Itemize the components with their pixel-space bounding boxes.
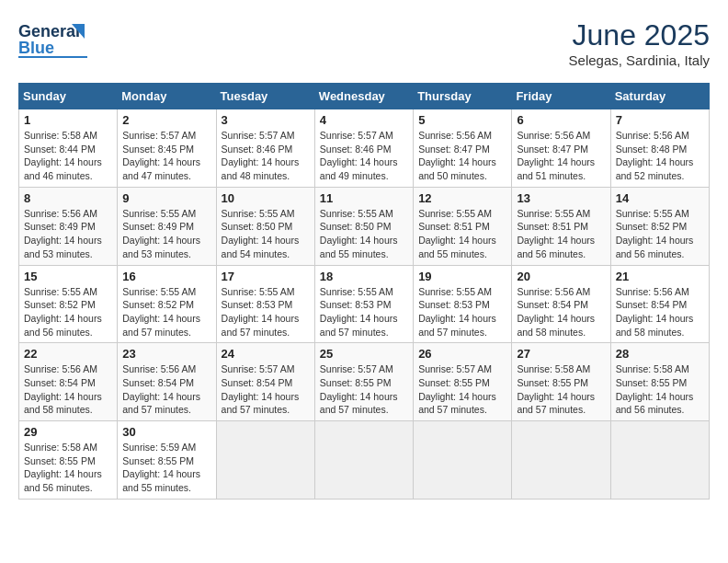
table-row: 9Sunrise: 5:55 AMSunset: 8:49 PMDaylight… bbox=[118, 187, 216, 265]
svg-text:Blue: Blue bbox=[18, 39, 54, 57]
day-number: 30 bbox=[122, 425, 210, 439]
calendar-week-row: 22Sunrise: 5:56 AMSunset: 8:54 PMDayligh… bbox=[19, 343, 710, 421]
table-row: 8Sunrise: 5:56 AMSunset: 8:49 PMDaylight… bbox=[19, 187, 118, 265]
day-number: 1 bbox=[24, 113, 112, 127]
day-number: 22 bbox=[24, 347, 112, 361]
day-info: Sunrise: 5:56 AMSunset: 8:54 PMDaylight:… bbox=[24, 362, 112, 417]
table-row: 4Sunrise: 5:57 AMSunset: 8:46 PMDaylight… bbox=[314, 109, 413, 188]
day-info: Sunrise: 5:58 AMSunset: 8:55 PMDaylight:… bbox=[517, 362, 605, 417]
day-number: 11 bbox=[320, 191, 408, 205]
calendar-header-row: Sunday Monday Tuesday Wednesday Thursday… bbox=[19, 84, 710, 109]
table-row: 18Sunrise: 5:55 AMSunset: 8:53 PMDayligh… bbox=[314, 265, 413, 343]
day-info: Sunrise: 5:57 AMSunset: 8:46 PMDaylight:… bbox=[320, 129, 408, 183]
table-row: 3Sunrise: 5:57 AMSunset: 8:46 PMDaylight… bbox=[216, 109, 314, 188]
table-row: 15Sunrise: 5:55 AMSunset: 8:52 PMDayligh… bbox=[19, 265, 118, 343]
day-number: 23 bbox=[122, 347, 210, 361]
day-info: Sunrise: 5:56 AMSunset: 8:54 PMDaylight:… bbox=[122, 362, 210, 417]
calendar-table: Sunday Monday Tuesday Wednesday Thursday… bbox=[18, 83, 710, 500]
day-number: 12 bbox=[418, 191, 506, 205]
day-info: Sunrise: 5:55 AMSunset: 8:52 PMDaylight:… bbox=[616, 207, 704, 261]
day-number: 29 bbox=[24, 425, 112, 439]
day-info: Sunrise: 5:56 AMSunset: 8:49 PMDaylight:… bbox=[24, 207, 112, 261]
day-number: 26 bbox=[418, 347, 506, 361]
calendar-week-row: 1Sunrise: 5:58 AMSunset: 8:44 PMDaylight… bbox=[19, 109, 710, 188]
day-info: Sunrise: 5:57 AMSunset: 8:45 PMDaylight:… bbox=[122, 129, 210, 183]
day-number: 6 bbox=[517, 113, 605, 127]
day-number: 15 bbox=[24, 270, 112, 283]
col-friday: Friday bbox=[512, 84, 610, 109]
table-row bbox=[512, 421, 610, 500]
day-number: 18 bbox=[320, 270, 408, 283]
day-number: 14 bbox=[616, 191, 704, 205]
col-thursday: Thursday bbox=[414, 84, 512, 109]
table-row bbox=[216, 421, 314, 500]
day-number: 17 bbox=[222, 270, 310, 283]
day-info: Sunrise: 5:55 AMSunset: 8:53 PMDaylight:… bbox=[320, 285, 408, 339]
day-number: 9 bbox=[122, 191, 210, 205]
table-row: 11Sunrise: 5:55 AMSunset: 8:50 PMDayligh… bbox=[314, 187, 413, 265]
table-row: 16Sunrise: 5:55 AMSunset: 8:52 PMDayligh… bbox=[118, 265, 216, 343]
day-info: Sunrise: 5:55 AMSunset: 8:53 PMDaylight:… bbox=[222, 285, 310, 339]
logo: General Blue bbox=[18, 18, 101, 59]
day-info: Sunrise: 5:58 AMSunset: 8:44 PMDaylight:… bbox=[24, 129, 112, 183]
day-number: 8 bbox=[24, 191, 112, 205]
day-info: Sunrise: 5:55 AMSunset: 8:52 PMDaylight:… bbox=[122, 285, 210, 339]
table-row: 2Sunrise: 5:57 AMSunset: 8:45 PMDaylight… bbox=[118, 109, 216, 188]
table-row: 6Sunrise: 5:56 AMSunset: 8:47 PMDaylight… bbox=[512, 109, 610, 188]
day-info: Sunrise: 5:56 AMSunset: 8:54 PMDaylight:… bbox=[517, 285, 605, 339]
day-number: 20 bbox=[517, 270, 605, 283]
table-row bbox=[414, 421, 512, 500]
day-number: 25 bbox=[320, 347, 408, 361]
page-header: General Blue June 2025 Selegas, Sardinia… bbox=[18, 18, 710, 68]
day-info: Sunrise: 5:55 AMSunset: 8:50 PMDaylight:… bbox=[222, 207, 310, 261]
table-row: 5Sunrise: 5:56 AMSunset: 8:47 PMDaylight… bbox=[414, 109, 512, 188]
col-tuesday: Tuesday bbox=[216, 84, 314, 109]
day-info: Sunrise: 5:57 AMSunset: 8:46 PMDaylight:… bbox=[222, 129, 310, 183]
table-row: 7Sunrise: 5:56 AMSunset: 8:48 PMDaylight… bbox=[610, 109, 709, 188]
table-row: 23Sunrise: 5:56 AMSunset: 8:54 PMDayligh… bbox=[118, 343, 216, 421]
table-row bbox=[610, 421, 709, 500]
table-row: 21Sunrise: 5:56 AMSunset: 8:54 PMDayligh… bbox=[610, 265, 709, 343]
table-row: 20Sunrise: 5:56 AMSunset: 8:54 PMDayligh… bbox=[512, 265, 610, 343]
day-number: 10 bbox=[222, 191, 310, 205]
day-number: 16 bbox=[122, 270, 210, 283]
table-row: 28Sunrise: 5:58 AMSunset: 8:55 PMDayligh… bbox=[610, 343, 709, 421]
month-title: June 2025 bbox=[569, 18, 710, 52]
day-number: 19 bbox=[418, 270, 506, 283]
day-number: 13 bbox=[517, 191, 605, 205]
day-number: 5 bbox=[418, 113, 506, 127]
calendar-week-row: 15Sunrise: 5:55 AMSunset: 8:52 PMDayligh… bbox=[19, 265, 710, 343]
day-info: Sunrise: 5:58 AMSunset: 8:55 PMDaylight:… bbox=[616, 362, 704, 417]
day-info: Sunrise: 5:59 AMSunset: 8:55 PMDaylight:… bbox=[122, 441, 210, 495]
col-monday: Monday bbox=[118, 84, 216, 109]
col-sunday: Sunday bbox=[19, 84, 118, 109]
day-number: 28 bbox=[616, 347, 704, 361]
table-row: 29Sunrise: 5:58 AMSunset: 8:55 PMDayligh… bbox=[19, 421, 118, 500]
calendar-week-row: 8Sunrise: 5:56 AMSunset: 8:49 PMDaylight… bbox=[19, 187, 710, 265]
day-number: 21 bbox=[616, 270, 704, 283]
table-row: 24Sunrise: 5:57 AMSunset: 8:54 PMDayligh… bbox=[216, 343, 314, 421]
table-row: 27Sunrise: 5:58 AMSunset: 8:55 PMDayligh… bbox=[512, 343, 610, 421]
day-info: Sunrise: 5:55 AMSunset: 8:53 PMDaylight:… bbox=[418, 285, 506, 339]
day-number: 27 bbox=[517, 347, 605, 361]
table-row: 25Sunrise: 5:57 AMSunset: 8:55 PMDayligh… bbox=[314, 343, 413, 421]
col-wednesday: Wednesday bbox=[314, 84, 413, 109]
table-row: 1Sunrise: 5:58 AMSunset: 8:44 PMDaylight… bbox=[19, 109, 118, 188]
day-info: Sunrise: 5:55 AMSunset: 8:50 PMDaylight:… bbox=[320, 207, 408, 261]
day-info: Sunrise: 5:57 AMSunset: 8:55 PMDaylight:… bbox=[320, 362, 408, 417]
day-number: 2 bbox=[122, 113, 210, 127]
day-info: Sunrise: 5:57 AMSunset: 8:55 PMDaylight:… bbox=[418, 362, 506, 417]
table-row: 14Sunrise: 5:55 AMSunset: 8:52 PMDayligh… bbox=[610, 187, 709, 265]
day-number: 24 bbox=[222, 347, 310, 361]
day-info: Sunrise: 5:56 AMSunset: 8:48 PMDaylight:… bbox=[616, 129, 704, 183]
day-info: Sunrise: 5:56 AMSunset: 8:47 PMDaylight:… bbox=[517, 129, 605, 183]
table-row: 13Sunrise: 5:55 AMSunset: 8:51 PMDayligh… bbox=[512, 187, 610, 265]
logo-svg: General Blue bbox=[18, 18, 101, 59]
table-row: 26Sunrise: 5:57 AMSunset: 8:55 PMDayligh… bbox=[414, 343, 512, 421]
table-row: 30Sunrise: 5:59 AMSunset: 8:55 PMDayligh… bbox=[118, 421, 216, 500]
location: Selegas, Sardinia, Italy bbox=[569, 52, 710, 68]
svg-text:General: General bbox=[18, 22, 80, 40]
day-info: Sunrise: 5:55 AMSunset: 8:52 PMDaylight:… bbox=[24, 285, 112, 339]
day-number: 7 bbox=[616, 113, 704, 127]
day-number: 3 bbox=[222, 113, 310, 127]
